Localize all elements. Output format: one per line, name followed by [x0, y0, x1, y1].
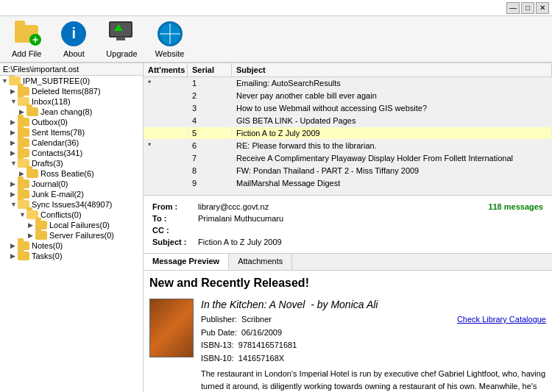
cell-serial: 1 — [188, 77, 232, 89]
sidebar-item[interactable]: ▼Sync Issues34(48907) — [0, 199, 143, 210]
add-file-icon: + — [13, 21, 40, 47]
cell-subject: Fiction A to Z July 2009 — [232, 127, 552, 139]
about-icon: i — [60, 21, 87, 47]
sidebar-item-label: IPM_SUBTREE(0) — [23, 76, 90, 85]
sidebar-item-label: Ross Beatie(6) — [40, 169, 94, 178]
upgrade-button[interactable]: Upgrade — [100, 18, 143, 61]
tree-arrow-icon: ▶ — [10, 180, 18, 188]
cell-att: * — [144, 77, 188, 89]
cell-serial: 5 — [188, 127, 232, 139]
cell-att — [144, 152, 188, 164]
add-file-button[interactable]: + Add File — [6, 18, 47, 61]
cell-serial: 8 — [188, 165, 232, 177]
tree-arrow-icon: ▶ — [10, 139, 18, 146]
sidebar-item-label: Calendar(36) — [32, 138, 79, 147]
to-value: Primalani Muthucumaru — [197, 213, 545, 224]
tree-arrow-icon: ▼ — [19, 211, 26, 218]
book-meta: Publisher: Scribner Check Library Catalo… — [201, 313, 546, 365]
cell-serial: 3 — [188, 102, 232, 114]
book-info: In the Kitchen: A Novel - by Monica Ali … — [201, 299, 546, 392]
website-label: Website — [155, 49, 185, 58]
tree-arrow-icon: ▶ — [10, 149, 18, 157]
cell-att — [144, 177, 188, 189]
upgrade-icon — [108, 21, 135, 47]
sidebar-item-label: Sync Issues34(48907) — [32, 200, 112, 209]
cell-subject: Receive A Complimentary Playaway Display… — [232, 152, 552, 164]
tab-message-preview[interactable]: Message Preview — [144, 254, 229, 270]
folder-icon — [35, 231, 47, 240]
sidebar-item[interactable]: ▼Conflicts(0) — [0, 210, 143, 220]
cc-value — [197, 225, 545, 235]
close-button[interactable]: ✕ — [536, 2, 549, 14]
tree-arrow-icon: ▼ — [10, 201, 18, 208]
table-row[interactable]: 8FW: Pondan Thailand - PART 2 - Miss Tif… — [144, 165, 552, 177]
cell-serial: 7 — [188, 152, 232, 164]
isbn10-label: ISBN-10: — [201, 354, 234, 363]
toolbar: + Add File i About Upgrade Website — [0, 16, 552, 63]
sidebar-item-label: Deleted Items(887) — [32, 87, 101, 96]
table-row[interactable]: 7Receive A Complimentary Playaway Displa… — [144, 152, 552, 165]
publisher-value: Scribner — [241, 315, 272, 324]
tree-arrow-icon: ▶ — [10, 190, 18, 198]
email-list: Att'ments Serial Subject *1Emailing: Aut… — [144, 63, 552, 196]
website-button[interactable]: Website — [149, 18, 191, 61]
table-row[interactable]: 9MailMarshal Message Digest — [144, 177, 552, 190]
about-button[interactable]: i About — [53, 18, 94, 61]
tab-attachments[interactable]: Attachments — [229, 254, 292, 270]
sidebar-item-label: Local Failures(0) — [49, 221, 110, 229]
tree-arrow-icon: ▶ — [28, 232, 35, 239]
table-row[interactable]: *1Emailing: AutoSearchResults — [144, 77, 552, 90]
message-count: 118 messages — [488, 202, 543, 211]
table-row[interactable]: *6RE: Please forward this to the librari… — [144, 140, 552, 152]
sidebar-item-label: Journal(0) — [32, 179, 68, 188]
sidebar-item-label: Jean chang(8) — [40, 107, 92, 116]
cell-serial: 2 — [188, 90, 232, 101]
cc-label: CC : — [151, 225, 195, 235]
cell-serial: 4 — [188, 115, 232, 126]
book-description: The restaurant in London's Imperial Hote… — [201, 368, 546, 392]
cell-att — [144, 115, 188, 126]
table-row[interactable]: 5Fiction A to Z July 2009 — [144, 127, 552, 140]
sidebar-item-label: Tasks(0) — [32, 252, 63, 260]
sidebar-item[interactable]: ▼Inbox(118) — [0, 96, 143, 107]
email-rows: *1Emailing: AutoSearchResults2Never pay … — [144, 77, 552, 193]
sidebar-item[interactable]: ▶Tasks(0) — [0, 251, 143, 261]
table-row[interactable]: 2Never pay another cable bill ever again — [144, 90, 552, 102]
cell-att — [144, 90, 188, 101]
sidebar: E:\Files\important.ost ▼IPM_SUBTREE(0)▶D… — [0, 63, 144, 392]
add-file-label: Add File — [12, 49, 41, 58]
book-thumbnail — [149, 299, 194, 357]
tab-bar: Message PreviewAttachments — [144, 254, 552, 271]
content-area: Att'ments Serial Subject *1Emailing: Aut… — [144, 63, 552, 392]
sidebar-item[interactable]: ▼Drafts(3) — [0, 158, 143, 168]
tree-arrow-icon: ▶ — [28, 221, 35, 229]
folder-icon — [26, 169, 38, 178]
tree-arrow-icon: ▶ — [10, 118, 18, 126]
message-preview: New and Recently Released! In the Kitche… — [144, 271, 552, 392]
from-value: library@ccc.govt.nz — [198, 202, 269, 211]
book-entry: In the Kitchen: A Novel - by Monica Ali … — [149, 299, 546, 392]
minimize-button[interactable]: — — [506, 2, 520, 14]
sidebar-item-label: Sent Items(78) — [32, 128, 85, 137]
header-serial[interactable]: Serial — [188, 63, 232, 76]
sidebar-item-label: Inbox(118) — [32, 97, 71, 106]
tree-arrow-icon: ▶ — [10, 242, 18, 249]
cell-subject: Emailing: AutoSearchResults — [232, 77, 552, 89]
tree-arrow-icon: ▶ — [10, 129, 18, 136]
email-details: From : library@ccc.govt.nz 118 messages … — [144, 196, 552, 254]
sidebar-item-label: Junk E-mail(2) — [32, 190, 84, 199]
header-subject[interactable]: Subject — [232, 63, 552, 76]
tree-arrow-icon: ▼ — [10, 98, 18, 105]
sidebar-item[interactable]: ▶Local Failures(0) — [0, 220, 143, 230]
cell-subject: RE: Please forward this to the librarian… — [232, 140, 552, 152]
sidebar-item-label: Contacts(341) — [32, 149, 82, 157]
email-list-header: Att'ments Serial Subject — [144, 63, 552, 77]
header-att[interactable]: Att'ments — [144, 63, 188, 76]
table-row[interactable]: 4GIS BETA LINK - Updated Pages — [144, 115, 552, 127]
cell-att — [144, 102, 188, 114]
sidebar-item-label: Server Failures(0) — [49, 231, 114, 240]
maximize-button[interactable]: □ — [521, 2, 534, 14]
table-row[interactable]: 3How to use Webmail without accessing GI… — [144, 102, 552, 115]
check-catalogue-link[interactable]: Check Library Catalogue — [457, 313, 546, 327]
book-author: by Monica Ali — [317, 299, 378, 310]
